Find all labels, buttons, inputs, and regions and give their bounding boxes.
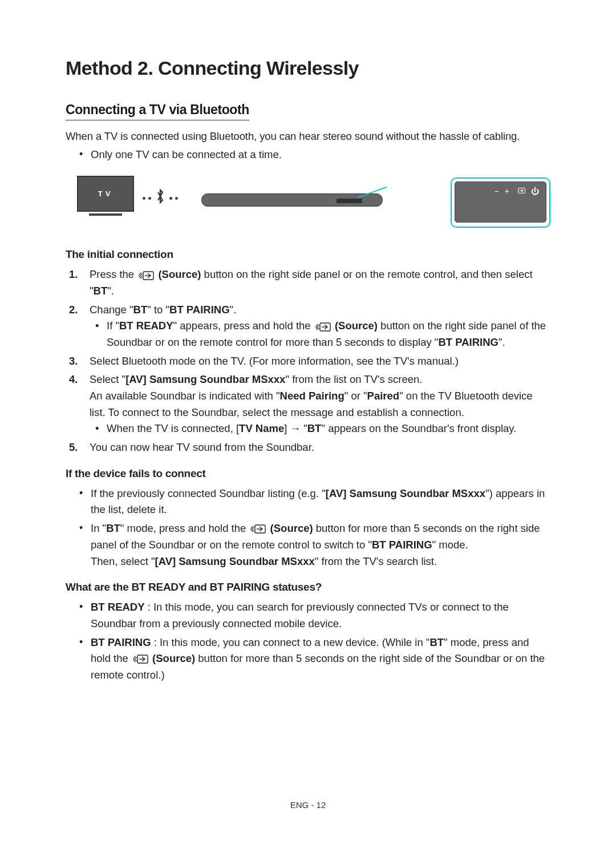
tv-screen: TV: [77, 176, 134, 212]
source-icon: [315, 322, 331, 332]
step-2-sub: If "BT READY" appears, press and hold th…: [95, 318, 550, 350]
step-3: Select Bluetooth mode on the TV. (For mo…: [69, 353, 550, 370]
bullet-single-tv: Only one TV can be connected at a time.: [79, 147, 550, 163]
fails-bullet-1: If the previously connected Soundbar lis…: [79, 486, 550, 518]
tv-stand: [89, 213, 122, 216]
heading-statuses: What are the BT READY and BT PAIRING sta…: [66, 581, 550, 593]
source-icon: [138, 271, 154, 280]
source-icon: [132, 655, 148, 664]
intro-text: When a TV is connected using Bluetooth, …: [66, 128, 550, 144]
status-btpairing: BT PAIRING : In this mode, you can conne…: [79, 635, 550, 684]
heading-fails: If the device fails to connect: [66, 467, 550, 480]
bluetooth-signal: [143, 189, 178, 208]
step-2: Change "BT" to "BT PAIRING". If "BT READ…: [69, 302, 550, 351]
step-4-sub: When the TV is connected, [TV Name] → "B…: [95, 421, 550, 437]
source-panel-icon: [515, 187, 525, 196]
tv-graphic: TV: [77, 176, 134, 216]
step-4: Select "[AV] Samsung Soundbar MSxxx" fro…: [69, 371, 550, 437]
fails-bullet-2: In "BT" mode, press and hold the (Source…: [79, 520, 550, 570]
heading-initial-connection: The initial connection: [66, 248, 550, 261]
power-icon: ⏻: [531, 187, 539, 196]
section-heading-bluetooth: Connecting a TV via Bluetooth: [66, 102, 249, 120]
minus-icon: −: [495, 187, 499, 196]
connection-diagram: TV − + ⏻: [66, 174, 550, 231]
plus-icon: +: [505, 187, 509, 196]
soundbar-graphic: [201, 193, 383, 207]
page-footer: ENG - 12: [0, 800, 616, 810]
status-btready: BT READY : In this mode, you can search …: [79, 599, 550, 632]
bluetooth-icon: [156, 189, 165, 208]
page-title: Method 2. Connecting Wirelessly: [66, 57, 550, 79]
source-icon: [250, 524, 266, 534]
step-5: You can now hear TV sound from the Sound…: [69, 439, 550, 456]
side-panel-callout: − + ⏻: [451, 177, 550, 228]
step-1: Press the (Source) button on the right s…: [69, 266, 550, 299]
